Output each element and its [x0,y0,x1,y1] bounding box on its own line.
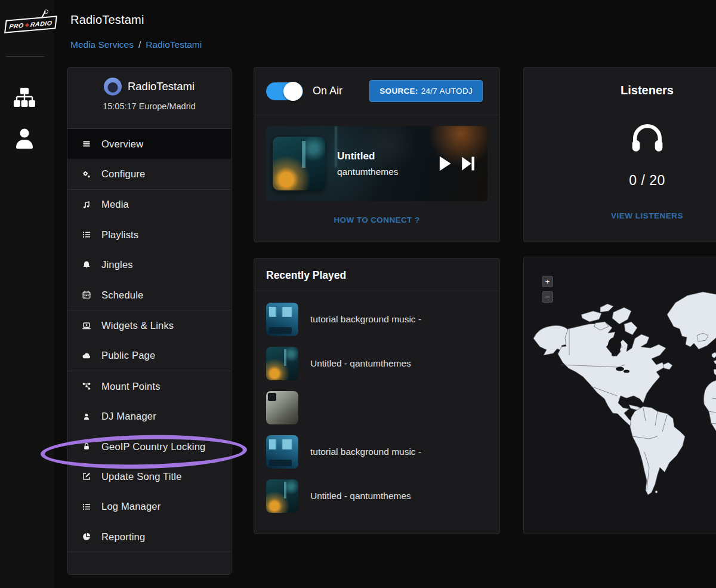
playlist-icon [81,230,92,239]
music-note-icon [81,200,92,210]
pie-chart-icon [81,532,92,541]
station-header: RadioTestami 15:05:17 Europe/Madrid [67,67,231,129]
gears-icon [81,170,92,179]
how-to-connect-link[interactable]: HOW TO CONNECT ? [254,216,499,224]
now-playing-card: Untitled qantumthemes [266,126,487,201]
lock-icon [81,442,92,451]
person-icon [81,412,92,421]
now-playing-text: Untitled qantumthemes [337,150,399,177]
map-zoom-out-button[interactable]: − [542,291,553,303]
list-icon [81,502,92,512]
sitemap-icon [13,87,36,109]
listeners-map-panel: + − [523,257,716,534]
recently-played-row [266,391,487,424]
breadcrumb-station-link[interactable]: RadioTestami [146,39,202,50]
menu-item-dj-manager[interactable]: DJ Manager [67,402,231,432]
edit-icon [81,472,92,481]
menu-item-update-song-title[interactable]: Update Song Title [67,461,231,491]
menu-lines-icon [81,139,92,149]
menu-item-schedule[interactable]: Schedule [67,280,231,310]
station-name: RadioTestami [128,80,195,93]
menu-item-mount-points[interactable]: Mount Points [67,371,231,401]
logo-registered-mark [44,10,48,14]
listeners-panel: Listeners 0 / 20 VIEW LISTENERS [523,67,716,242]
rail-divider [6,56,44,57]
recently-played-row: Untitled - qantumthemes [266,347,487,380]
menu-item-reporting[interactable]: Reporting [67,522,231,552]
menu-item-widgets-links[interactable]: Widgets & Links [67,310,231,340]
track-thumbnail [266,347,298,380]
source-value: 24/7 AUTODJ [421,87,473,96]
track-thumbnail [266,479,298,513]
skip-next-button[interactable] [460,155,476,173]
recently-played-row: Untitled - qantumthemes [266,479,487,513]
player-controls [437,155,476,173]
laptop-icon [81,321,92,331]
station-time: 15:05:17 Europe/Madrid [67,101,231,111]
on-air-panel: On Air SOURCE:24/7 AUTODJ Untitled qantu… [254,67,500,242]
brand-logo[interactable]: PRORADIO [4,10,50,38]
breadcrumb-separator: / [138,39,141,50]
breadcrumb: Media Services/RadioTestami [70,39,202,50]
page-title: RadioTestami [70,13,144,27]
menu-item-playlists[interactable]: Playlists [67,220,231,250]
track-thumbnail [266,303,298,336]
app: PRORADIO RadioT [0,0,716,588]
on-air-toggle[interactable] [266,82,303,100]
logo-radio-text: RADIO [30,19,53,28]
track-thumbnail [266,391,298,424]
on-air-header: On Air SOURCE:24/7 AUTODJ [254,67,499,115]
listeners-title: Listeners [524,84,716,97]
recently-played-panel: Recently Played tutorial background musi… [254,258,500,534]
recently-played-row: tutorial background music - [266,435,487,469]
left-rail: PRORADIO [0,0,54,588]
media-services-nav-button[interactable] [11,84,38,112]
station-menu-card: RadioTestami 15:05:17 Europe/Madrid Over… [67,67,232,575]
logo-dot-icon [25,23,29,27]
menu-item-configure[interactable]: Configure [67,159,231,189]
source-button[interactable]: SOURCE:24/7 AUTODJ [369,80,483,102]
logo-text: PRORADIO [4,16,57,33]
now-playing-title: Untitled [337,150,399,162]
menu-item-log-manager[interactable]: Log Manager [67,492,231,522]
bell-icon [81,260,92,270]
recently-played-row: tutorial background music - [266,303,487,336]
on-air-label: On Air [313,85,342,97]
cloud-icon [81,351,92,361]
recently-played-list: tutorial background music - Untitled - q… [254,291,499,513]
source-label: SOURCE: [379,87,418,96]
recently-played-title: Recently Played [254,258,499,291]
menu-divider [67,552,231,552]
now-playing-artist: qantumthemes [337,167,399,177]
page-header: RadioTestami Media Services/RadioTestami [54,0,716,67]
menu-item-geoip-country-locking[interactable]: GeoIP Country Locking [67,432,231,461]
listeners-count: 0 / 20 [524,173,716,189]
calendar-icon [81,290,92,300]
now-playing-art [273,137,325,190]
headphones-icon [524,121,716,157]
track-thumbnail [266,435,298,469]
menu-item-jingles[interactable]: Jingles [67,250,231,280]
toggle-knob [283,82,303,101]
station-avatar [104,78,122,96]
menu-item-overview[interactable]: Overview [67,129,231,159]
logo-pro-text: PRO [9,21,24,30]
map-zoom-in-button[interactable]: + [542,276,553,287]
menu-item-public-page[interactable]: Public Page [67,341,231,371]
play-button[interactable] [437,155,452,173]
account-nav-button[interactable] [11,125,38,153]
user-icon [14,127,35,152]
menu-item-media[interactable]: Media [67,190,231,220]
breadcrumb-media-services-link[interactable]: Media Services [70,39,134,50]
view-listeners-link[interactable]: VIEW LISTENERS [611,211,683,220]
nodes-icon [81,381,92,391]
